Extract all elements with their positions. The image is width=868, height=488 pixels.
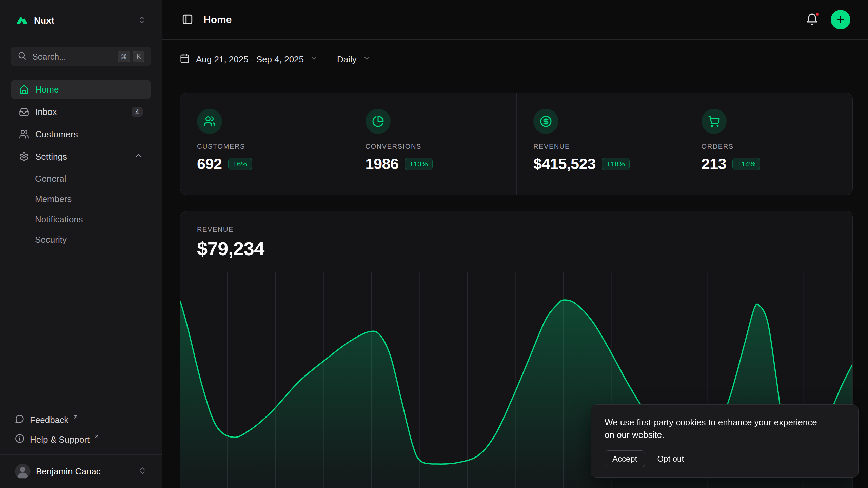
cookie-accept-button[interactable]: Accept [605,450,645,467]
help-support-link[interactable]: Help & Support [11,430,151,449]
chevron-up-down-icon [138,466,147,476]
stat-value: $415,523 [533,155,596,173]
stat-label: REVENUE [533,143,685,150]
stat-delta-badge: +14% [732,158,760,170]
team-switcher[interactable]: Nuxt [11,10,151,31]
date-range-picker[interactable]: Aug 21, 2025 - Sep 4, 2025 [180,53,318,66]
users-icon [19,129,29,139]
sidebar-item-settings[interactable]: Settings [11,147,151,166]
sidebar-subitem-label: General [35,174,66,184]
nuxt-logo-icon [16,14,28,28]
app-root: Nuxt Search... ⌘ K Home [0,0,868,488]
stat-value: 1986 [366,155,399,173]
help-support-label: Help & Support [30,434,90,445]
chevron-down-icon [310,54,318,65]
chevron-up-icon [134,151,143,162]
sidebar-subitem-label: Members [35,194,72,204]
sidebar-item-label: Settings [35,151,67,162]
help-circle-icon [15,434,24,446]
avatar [15,464,31,479]
cookie-optout-button[interactable]: Opt out [657,454,684,464]
sidebar-item-inbox[interactable]: Inbox 4 [11,102,151,121]
stat-value: 692 [197,155,222,173]
granularity-select[interactable]: Daily [337,54,371,65]
revenue-chart-label: REVENUE [197,226,852,233]
filter-toolbar: Aug 21, 2025 - Sep 4, 2025 Daily [162,40,868,79]
sidebar-item-label: Inbox [35,107,57,117]
plus-icon [835,14,846,25]
sidebar-subitem-label: Notifications [35,214,83,225]
revenue-chart-header: REVENUE $79,234 [180,211,852,260]
sidebar-item-security[interactable]: Security [11,230,151,249]
inbox-count-badge: 4 [132,107,143,117]
kbd-k: K [133,51,144,62]
sidebar-subitem-label: Security [35,235,67,245]
user-menu[interactable]: Benjamin Canac [11,461,151,482]
sidebar-item-members[interactable]: Members [11,190,151,208]
stat-label: ORDERS [702,143,853,150]
sidebar-item-customers[interactable]: Customers [11,125,151,144]
panel-left-icon [182,14,193,26]
cookie-message: We use first-party cookies to enhance yo… [605,416,822,442]
kbd-meta: ⌘ [118,51,130,62]
cookie-banner: We use first-party cookies to enhance yo… [591,404,859,478]
stat-orders: ORDERS 213 +14% [685,93,853,195]
stat-delta-badge: +6% [228,158,252,170]
stat-delta-badge: +18% [602,158,630,170]
settings-subnav: General Members Notifications Security [11,169,151,249]
team-name: Nuxt [34,16,132,26]
search-icon [17,51,27,62]
page-header: Home [162,0,868,40]
search-placeholder: Search... [32,52,66,62]
sidebar-toggle-button[interactable] [180,12,195,28]
page-title: Home [203,14,232,25]
notifications-wrapper [804,11,821,29]
sidebar-user-section: Benjamin Canac [0,454,162,488]
calendar-icon [180,53,190,66]
feedback-link[interactable]: Feedback [11,410,151,429]
inbox-icon [19,107,29,117]
page-header-left: Home [180,12,804,28]
pie-chart-icon [366,109,391,134]
user-name: Benjamin Canac [36,466,133,477]
sidebar-item-notifications[interactable]: Notifications [11,210,151,228]
sidebar-item-home[interactable]: Home [11,80,151,99]
stat-conversions: CONVERSIONS 1986 +13% [349,93,517,195]
stat-delta-badge: +13% [405,158,433,170]
sidebar-item-label: Home [35,84,59,95]
sidebar-item-label: Customers [35,129,78,140]
sidebar-footer-links: Feedback Help & Support [0,410,162,454]
search-shortcut: ⌘ K [118,51,144,62]
external-link-icon [73,412,79,422]
message-bubble-icon [15,414,24,426]
sidebar-item-general[interactable]: General [11,169,151,188]
stat-customers: CUSTOMERS 692 +6% [180,93,349,195]
granularity-value: Daily [337,54,357,65]
add-button[interactable] [831,10,850,29]
date-range-value: Aug 21, 2025 - Sep 4, 2025 [196,54,304,65]
users-icon [197,109,222,134]
notification-dot [815,12,820,17]
home-icon [19,84,29,95]
search-input[interactable]: Search... ⌘ K [11,47,151,66]
chevron-up-down-icon [137,16,146,26]
stat-revenue: REVENUE $415,523 +18% [516,93,685,195]
sidebar-nav: Home Inbox 4 Customers Settings [11,80,151,249]
sidebar: Nuxt Search... ⌘ K Home [0,0,162,488]
stat-label: CONVERSIONS [366,143,517,150]
dollar-circle-icon [533,109,558,134]
revenue-chart-value: $79,234 [197,238,852,260]
external-link-icon [94,431,100,442]
stat-label: CUSTOMERS [197,143,349,150]
cart-icon [702,109,727,134]
feedback-label: Feedback [30,415,68,425]
stat-value: 213 [702,155,727,173]
stats-summary-card: CUSTOMERS 692 +6% CONVERSIONS 1986 +13% [180,93,853,195]
chevron-down-icon [363,54,371,65]
cookie-actions: Accept Opt out [605,450,845,467]
gear-icon [19,151,29,162]
